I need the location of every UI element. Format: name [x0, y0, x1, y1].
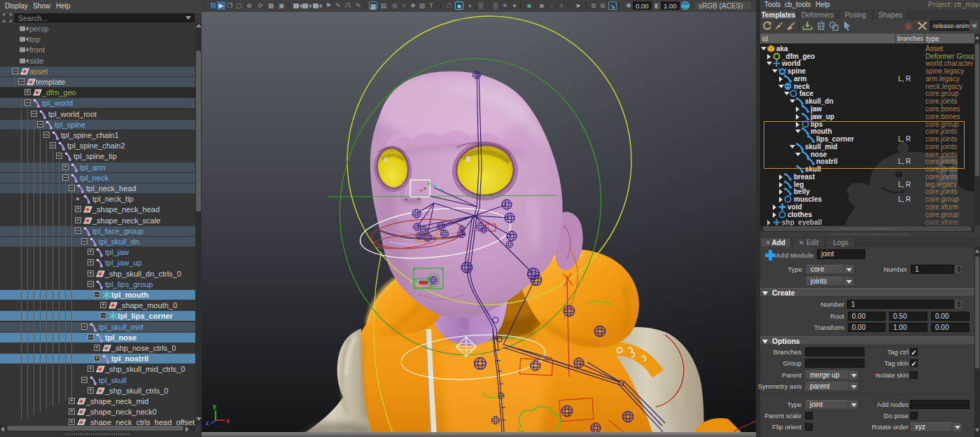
svg-text:z: z — [206, 419, 209, 426]
svg-text:x: x — [226, 417, 230, 424]
svg-text:y: y — [213, 403, 216, 410]
